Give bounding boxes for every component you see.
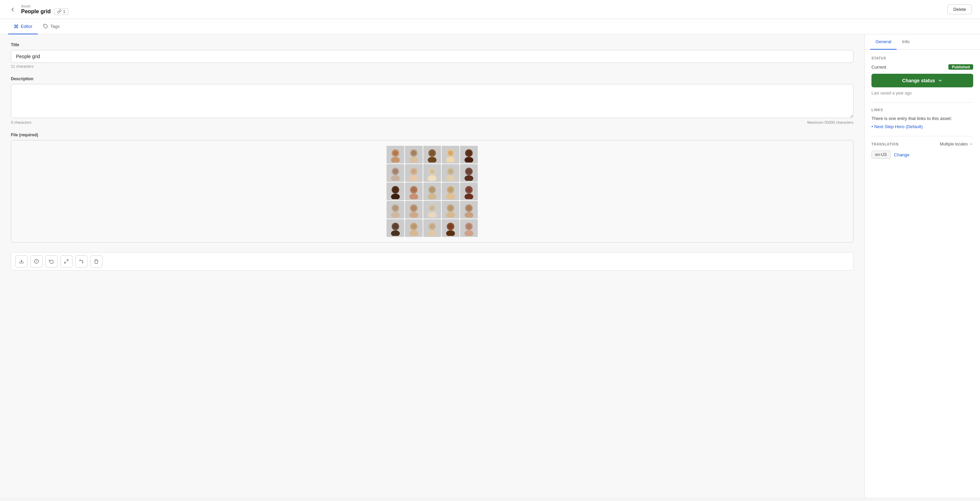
title-field-group: Title 11 characters: [11, 43, 853, 68]
status-badge: Published: [948, 64, 973, 70]
svg-point-75: [411, 224, 417, 229]
divider-1: [872, 102, 973, 103]
locale-change-button[interactable]: Change: [894, 152, 910, 157]
links-text: There is one entry that links to this as…: [872, 116, 973, 121]
back-button[interactable]: [8, 5, 17, 14]
svg-point-60: [411, 206, 417, 211]
title-input[interactable]: [11, 50, 853, 63]
fullscreen-button[interactable]: [60, 255, 73, 268]
status-section-header: STATUS: [872, 56, 973, 60]
locale-options-select[interactable]: Multiple locales: [940, 142, 973, 146]
top-bar-left: Asset People grid 1: [8, 4, 68, 15]
rp-tab-info[interactable]: Info: [897, 34, 915, 50]
link-count: 1: [63, 9, 65, 14]
current-label: Current: [872, 65, 886, 70]
description-textarea[interactable]: [11, 84, 853, 118]
status-row: Current Published: [872, 64, 973, 70]
svg-point-42: [393, 187, 398, 192]
svg-point-26: [391, 175, 400, 181]
top-bar: Asset People grid 1 Delete: [0, 0, 980, 19]
file-container: [11, 140, 853, 243]
tabs-row: Editor Tags: [0, 19, 980, 34]
svg-point-41: [391, 193, 400, 199]
svg-point-54: [466, 187, 472, 192]
svg-point-80: [446, 230, 455, 236]
img-cell: [405, 182, 423, 200]
img-cell: [423, 201, 441, 219]
rp-tab-general[interactable]: General: [870, 34, 897, 50]
img-cell: [442, 219, 460, 237]
right-panel-body: STATUS Current Published Change status L…: [865, 50, 980, 165]
reset-button[interactable]: [45, 255, 57, 268]
links-section: LINKS There is one entry that links to t…: [872, 108, 973, 129]
img-cell: [442, 146, 460, 163]
editor-area: Title 11 characters Description 0 charac…: [0, 34, 864, 497]
img-cell: [423, 182, 441, 200]
svg-point-24: [466, 151, 472, 156]
locale-badge: en-US: [872, 151, 891, 159]
link-badge[interactable]: 1: [54, 8, 68, 15]
svg-point-59: [409, 212, 418, 217]
img-cell: [460, 219, 478, 237]
svg-point-74: [409, 230, 418, 236]
locale-row: en-US Change: [872, 151, 973, 159]
delete-button[interactable]: Delete: [947, 5, 972, 14]
download-button[interactable]: [15, 255, 27, 268]
svg-point-14: [409, 157, 418, 162]
svg-point-57: [393, 206, 398, 211]
svg-point-65: [446, 212, 455, 217]
svg-point-50: [446, 193, 455, 199]
svg-point-78: [430, 224, 435, 229]
svg-point-47: [428, 193, 437, 199]
svg-line-90: [65, 262, 66, 263]
svg-point-18: [430, 151, 435, 156]
svg-point-36: [448, 169, 453, 174]
svg-point-53: [465, 193, 473, 199]
file-label: File (required): [11, 133, 853, 137]
svg-point-20: [446, 157, 455, 162]
delete-file-button[interactable]: [90, 255, 102, 268]
svg-point-17: [428, 157, 437, 162]
svg-point-51: [448, 187, 453, 192]
svg-point-1: [14, 25, 16, 26]
locale-options-label: Multiple locales: [940, 142, 968, 146]
title-char-count: 11 characters: [11, 64, 34, 68]
svg-point-4: [17, 27, 18, 28]
svg-point-23: [465, 157, 473, 162]
tab-editor-label: Editor: [21, 24, 32, 29]
img-cell: [405, 164, 423, 182]
svg-point-83: [465, 230, 473, 236]
crop-button[interactable]: [75, 255, 88, 268]
description-char-count: 0 characters: [11, 120, 32, 124]
img-cell: [460, 201, 478, 219]
svg-point-56: [391, 212, 400, 217]
tab-editor[interactable]: Editor: [8, 19, 38, 34]
svg-point-12: [393, 151, 398, 156]
img-cell: [442, 182, 460, 200]
img-cell: [405, 219, 423, 237]
right-panel: General Info STATUS Current Published Ch…: [864, 34, 980, 497]
svg-point-45: [411, 187, 417, 192]
file-field-group: File (required): [11, 133, 853, 271]
info-button[interactable]: [30, 255, 43, 268]
img-cell: [387, 182, 404, 200]
svg-point-3: [14, 27, 16, 28]
tab-tags[interactable]: Tags: [38, 19, 65, 34]
img-cell: [405, 201, 423, 219]
img-cell: [387, 146, 404, 163]
svg-point-2: [17, 25, 18, 26]
img-cell: [423, 164, 441, 182]
svg-point-71: [391, 230, 400, 236]
change-status-button[interactable]: Change status: [872, 74, 973, 87]
tab-tags-label: Tags: [50, 24, 60, 29]
svg-point-35: [446, 175, 455, 181]
image-toolbar-wrapper: [11, 243, 853, 271]
img-cell: [405, 146, 423, 163]
description-field-group: Description 0 characters Maximum 50000 c…: [11, 76, 853, 124]
description-max-chars: Maximum 50000 characters: [807, 120, 853, 124]
img-cell: [423, 219, 441, 237]
description-label: Description: [11, 76, 853, 81]
svg-point-63: [430, 206, 435, 211]
link-entry[interactable]: Next Step Hero (Default): [872, 124, 923, 129]
svg-point-30: [411, 169, 417, 174]
